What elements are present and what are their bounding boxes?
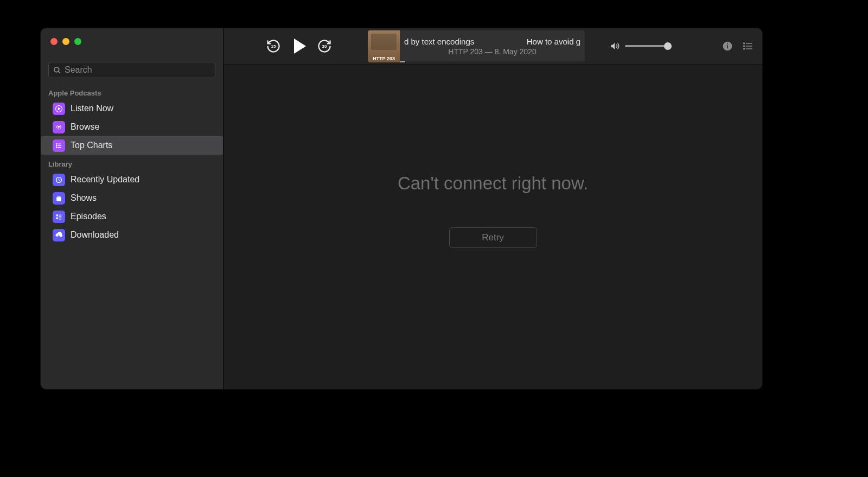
skip-back-label: 15 xyxy=(271,44,276,49)
app-window: Apple Podcasts Listen Now Browse Top Cha… xyxy=(41,28,762,389)
svg-point-9 xyxy=(56,143,57,144)
sidebar-item-browse[interactable]: Browse xyxy=(41,118,223,136)
skip-forward-button[interactable]: 30 xyxy=(317,39,332,54)
svg-rect-25 xyxy=(727,43,728,44)
sidebar-item-top-charts[interactable]: Top Charts xyxy=(41,136,223,155)
sidebar-item-recently-updated[interactable]: Recently Updated xyxy=(41,170,223,189)
grid-icon xyxy=(53,211,65,223)
main-panel: 15 30 HTTP 203 d by text encodings How t… xyxy=(224,28,762,389)
svg-marker-22 xyxy=(611,43,615,49)
svg-rect-14 xyxy=(57,196,61,197)
maximize-window-button[interactable] xyxy=(74,38,81,45)
now-playing[interactable]: HTTP 203 d by text encodings How to avoi… xyxy=(368,30,585,62)
svg-point-11 xyxy=(56,147,57,148)
svg-rect-17 xyxy=(59,215,61,216)
queue-icon[interactable] xyxy=(743,41,754,52)
volume-control[interactable] xyxy=(610,41,668,51)
svg-rect-18 xyxy=(56,217,58,219)
search-input[interactable] xyxy=(65,65,210,75)
window-controls xyxy=(41,28,223,54)
minimize-window-button[interactable] xyxy=(62,38,69,45)
svg-point-30 xyxy=(744,46,745,47)
play-icon xyxy=(294,39,306,54)
sidebar-section-header: Library xyxy=(41,155,223,170)
svg-line-1 xyxy=(58,71,60,73)
play-circle-icon xyxy=(53,103,65,115)
sidebar-item-label: Top Charts xyxy=(71,141,112,150)
episode-subtitle: HTTP 203 — 8. May 2020 xyxy=(404,47,580,56)
svg-rect-24 xyxy=(727,45,728,48)
sidebar-section-header: Apple Podcasts xyxy=(41,84,223,99)
download-cloud-icon xyxy=(53,229,65,241)
svg-marker-3 xyxy=(58,107,61,110)
sidebar-item-label: Recently Updated xyxy=(71,175,139,185)
episode-artwork: HTTP 203 xyxy=(368,30,400,62)
search-icon xyxy=(53,66,61,74)
sidebar-item-label: Episodes xyxy=(71,212,106,221)
sidebar-item-downloaded[interactable]: Downloaded xyxy=(41,226,223,244)
sidebar: Apple Podcasts Listen Now Browse Top Cha… xyxy=(41,28,224,389)
stack-icon xyxy=(53,192,65,205)
sidebar-item-label: Shows xyxy=(71,193,97,203)
svg-rect-13 xyxy=(56,197,61,201)
svg-rect-15 xyxy=(56,214,58,216)
list-icon xyxy=(53,139,65,152)
sidebar-item-label: Listen Now xyxy=(71,104,113,113)
volume-icon xyxy=(610,41,620,51)
error-message: Can't connect right now. xyxy=(398,173,588,194)
skip-forward-label: 30 xyxy=(322,44,327,49)
playback-progress[interactable] xyxy=(400,61,585,62)
sidebar-item-shows[interactable]: Shows xyxy=(41,189,223,207)
sidebar-item-listen-now[interactable]: Listen Now xyxy=(41,99,223,118)
svg-rect-19 xyxy=(59,218,61,218)
sidebar-item-episodes[interactable]: Episodes xyxy=(41,207,223,226)
antenna-icon xyxy=(53,121,65,133)
episode-title: d by text encodings How to avoid g xyxy=(404,37,580,46)
skip-back-button[interactable]: 15 xyxy=(266,39,281,54)
svg-rect-20 xyxy=(59,219,61,219)
svg-point-4 xyxy=(58,126,59,127)
sidebar-item-label: Browse xyxy=(71,122,99,132)
clock-icon xyxy=(53,174,65,186)
playback-controls: 15 30 xyxy=(266,39,332,54)
sidebar-item-label: Downloaded xyxy=(71,230,119,240)
search-field[interactable] xyxy=(48,62,215,78)
svg-rect-16 xyxy=(59,214,61,215)
content-area: Can't connect right now. Retry xyxy=(224,65,762,389)
play-button[interactable] xyxy=(292,39,306,54)
svg-point-29 xyxy=(744,43,745,44)
svg-point-10 xyxy=(56,145,57,145)
volume-slider[interactable] xyxy=(625,45,668,47)
svg-point-31 xyxy=(744,48,745,49)
close-window-button[interactable] xyxy=(50,38,58,45)
svg-point-0 xyxy=(54,67,59,72)
toolbar: 15 30 HTTP 203 d by text encodings How t… xyxy=(224,28,762,65)
info-icon[interactable] xyxy=(722,41,733,52)
retry-button[interactable]: Retry xyxy=(449,227,537,248)
